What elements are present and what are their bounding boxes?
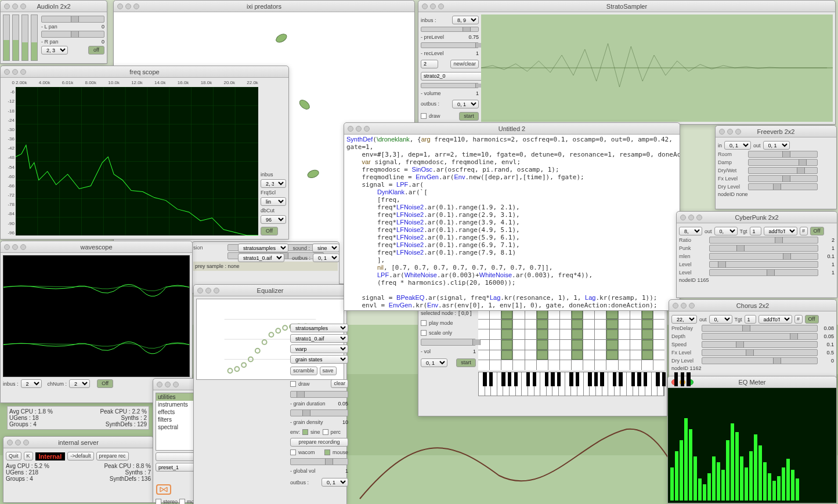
mono-checkbox[interactable] <box>179 499 185 505</box>
matrix-cell[interactable] <box>642 350 653 360</box>
sel-in[interactable]: 0, 1 <box>724 141 751 150</box>
sel-addtail[interactable]: addToTail <box>764 227 797 235</box>
black-key[interactable] <box>687 372 690 386</box>
piano-keyboard[interactable] <box>478 372 664 396</box>
matrix-cell[interactable] <box>630 329 641 339</box>
sel-inbus[interactable]: 2 <box>21 379 42 388</box>
matrix-cell[interactable] <box>537 329 548 339</box>
matrix-cell[interactable] <box>537 320 548 329</box>
param-slider[interactable] <box>748 159 818 166</box>
matrix-cell[interactable] <box>572 329 583 339</box>
off-button[interactable]: Off <box>97 379 113 388</box>
matrix-cell[interactable] <box>548 340 559 350</box>
quit-button[interactable]: Quit <box>6 452 21 461</box>
matrix-cell[interactable] <box>560 320 571 329</box>
param-slider[interactable] <box>709 253 818 260</box>
matrix-cell[interactable] <box>490 340 501 350</box>
matrix-cell[interactable] <box>513 360 524 370</box>
sel-stratosamples[interactable]: stratosamples <box>290 324 348 332</box>
matrix-cell[interactable] <box>653 320 664 329</box>
matrix-cell[interactable] <box>619 329 630 339</box>
perc-checkbox[interactable] <box>323 429 328 435</box>
titlebar[interactable]: internal server <box>3 437 153 448</box>
black-key[interactable] <box>613 372 616 386</box>
titlebar[interactable]: ixi predators <box>114 1 414 12</box>
tgt-input[interactable] <box>750 227 761 235</box>
save-button[interactable]: save <box>320 367 337 375</box>
titlebar[interactable]: Untitled 2 <box>344 123 680 135</box>
sel-inbus[interactable]: 2, 3 <box>261 179 286 188</box>
mouse-checkbox[interactable] <box>324 449 330 455</box>
matrix-cell[interactable] <box>642 329 653 339</box>
matrix-cell[interactable] <box>513 329 524 339</box>
matrix-cell[interactable] <box>548 329 559 339</box>
matrix-cell[interactable] <box>490 320 501 329</box>
matrix-cell[interactable] <box>572 320 583 329</box>
black-key[interactable] <box>631 372 635 386</box>
buf-num-input[interactable] <box>421 60 438 68</box>
matrix-cell[interactable] <box>548 350 559 360</box>
matrix-cell[interactable] <box>501 360 512 370</box>
slider-lpan[interactable] <box>41 16 104 23</box>
black-key[interactable] <box>557 372 561 386</box>
matrix-cell[interactable] <box>595 340 606 350</box>
param-slider[interactable] <box>702 325 818 332</box>
sel-inbus[interactable]: 8, 9 <box>452 16 479 24</box>
matrix-cell[interactable] <box>583 340 594 350</box>
off-button[interactable]: Off <box>805 315 819 324</box>
black-key[interactable] <box>545 372 548 386</box>
param-slider[interactable] <box>702 333 818 340</box>
sel-in[interactable]: 8, 9 <box>679 227 702 235</box>
titlebar[interactable]: freq scope <box>1 66 288 78</box>
param-slider[interactable] <box>748 151 818 158</box>
titlebar[interactable]: Chorus 2x2 <box>669 300 836 311</box>
matrix-cell[interactable] <box>606 350 617 360</box>
matrix-cell[interactable] <box>525 329 536 339</box>
scaleonly-checkbox[interactable] <box>421 330 427 336</box>
matrix-cell[interactable] <box>630 350 641 360</box>
black-key[interactable] <box>514 372 518 386</box>
param-slider[interactable] <box>709 269 818 276</box>
black-key[interactable] <box>526 372 530 386</box>
matrix-cell[interactable] <box>525 360 536 370</box>
titlebar[interactable]: CyberPunk 2x2 <box>677 212 837 223</box>
matrix-cell[interactable] <box>537 350 548 360</box>
matrix-cell[interactable] <box>537 340 548 350</box>
matrix-cell[interactable] <box>572 340 583 350</box>
scramble-button[interactable]: scramble <box>290 367 317 375</box>
matrix-cell[interactable] <box>572 350 583 360</box>
hash-button[interactable]: # <box>794 315 803 324</box>
prepare-recording-button[interactable]: prepare recording <box>290 438 348 447</box>
matrix-cell[interactable] <box>478 360 489 370</box>
hash-button[interactable]: # <box>800 227 808 235</box>
sel-strato1[interactable]: strato1_0.aif <box>290 334 348 343</box>
matrix-cell[interactable] <box>478 320 489 329</box>
matrix-cell[interactable] <box>595 320 606 329</box>
black-key[interactable] <box>600 372 604 386</box>
black-key[interactable] <box>483 372 486 386</box>
param-slider[interactable] <box>702 349 818 356</box>
sel-in[interactable]: 22, 23 <box>671 315 697 324</box>
slider-gdur[interactable] <box>290 391 348 398</box>
strato-waveform[interactable] <box>481 14 833 122</box>
default-button[interactable]: ->default <box>67 452 93 461</box>
sel-sound[interactable]: sine <box>312 244 339 252</box>
slider-gden[interactable] <box>290 409 348 416</box>
off-button[interactable]: off <box>88 46 104 55</box>
off-button[interactable]: Off <box>810 227 824 235</box>
sel-addtail[interactable]: addToTail <box>758 315 792 324</box>
sel-out[interactable]: 0, 1 <box>763 141 790 150</box>
matrix-cell[interactable] <box>501 340 512 350</box>
step-matrix[interactable] <box>478 309 664 370</box>
clear-button[interactable]: clear <box>331 379 348 388</box>
black-key[interactable] <box>551 372 554 386</box>
black-key[interactable] <box>594 372 598 386</box>
sel-outbus[interactable]: 0, 1 <box>452 100 479 108</box>
black-key[interactable] <box>674 372 678 386</box>
prepare-rec-button[interactable]: prepare rec <box>96 452 129 461</box>
code-editor[interactable]: SynthDef(\droneklank, {arg freq=110, har… <box>344 135 680 310</box>
wacom-checkbox[interactable] <box>290 449 296 455</box>
matrix-cell[interactable] <box>525 320 536 329</box>
sel-chnum[interactable]: 2 <box>69 379 90 388</box>
sel-out[interactable]: 0, 1 <box>714 227 738 235</box>
